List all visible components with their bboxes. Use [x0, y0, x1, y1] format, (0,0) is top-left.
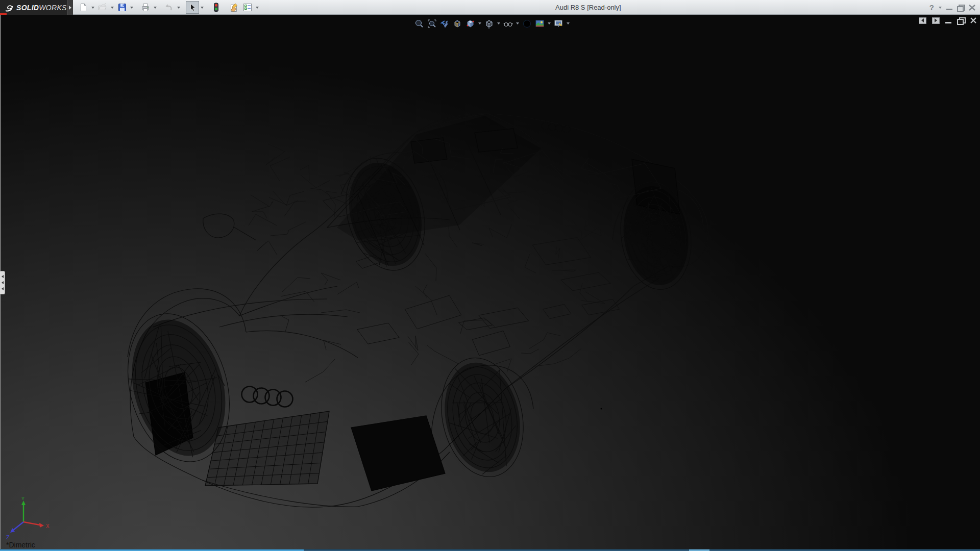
right-arrow-icon: [69, 6, 71, 10]
view-orientation-label: *Dimetric: [6, 541, 35, 549]
logo-red-accent: [0, 13, 7, 15]
3ds-swoosh-icon: [4, 3, 14, 12]
options-icon: [243, 3, 252, 12]
view-orientation-icon[interactable]: [464, 18, 476, 29]
open-caret[interactable]: [110, 1, 115, 14]
collapse-arrow-icon: [2, 281, 4, 284]
file-properties-button[interactable]: [227, 1, 240, 14]
restore-window-icon[interactable]: [957, 5, 964, 10]
brand-text: SOLIDWORKS: [16, 4, 67, 12]
minimize-document-icon[interactable]: [945, 22, 951, 23]
open-button[interactable]: [96, 1, 109, 14]
triad-x-label: X: [46, 523, 50, 529]
file-properties-icon: [229, 3, 239, 12]
hide-show-items-caret[interactable]: [515, 18, 520, 29]
print-icon: [141, 3, 150, 12]
previous-view-icon[interactable]: [439, 18, 450, 29]
minimize-window-icon[interactable]: [946, 9, 952, 10]
window-title: Audi R8 S [Read-only]: [555, 0, 621, 15]
rebuild-button[interactable]: [209, 1, 223, 14]
close-document-icon[interactable]: [970, 17, 977, 24]
select-caret[interactable]: [200, 1, 205, 14]
hide-show-items-icon[interactable]: [502, 18, 513, 29]
print-button[interactable]: [139, 1, 152, 14]
view-settings-caret[interactable]: [566, 18, 570, 29]
edit-appearance-icon[interactable]: [521, 18, 532, 29]
feature-pane-right-icon[interactable]: [932, 17, 940, 24]
open-folder-icon: [98, 3, 107, 12]
undo-caret[interactable]: [176, 1, 181, 14]
new-document-button[interactable]: [77, 1, 90, 14]
triad-z-label: Z: [6, 534, 10, 540]
save-caret[interactable]: [129, 1, 134, 14]
collapse-arrow-icon: [2, 287, 4, 290]
zoom-to-fit-icon[interactable]: [413, 18, 425, 29]
triad-y-label: Y: [21, 496, 24, 501]
rebuild-traffic-light-icon: [213, 3, 219, 12]
main-toolbar: [77, 0, 260, 15]
options-caret[interactable]: [255, 1, 260, 14]
title-bar: SOLIDWORKS: [0, 0, 980, 15]
feature-panel-splitter-tab[interactable]: [0, 271, 5, 294]
restore-document-icon[interactable]: [957, 17, 964, 23]
taskbar-edge: [0, 549, 980, 551]
document-window-controls: [919, 17, 977, 24]
title-bar-controls: ?: [929, 0, 980, 15]
graphics-viewport[interactable]: [0, 15, 980, 549]
apply-scene-icon[interactable]: [534, 18, 545, 29]
close-window-icon[interactable]: [968, 4, 976, 11]
options-button[interactable]: [241, 1, 254, 14]
save-button[interactable]: [115, 1, 129, 14]
orientation-triad: Y X Z: [4, 496, 55, 547]
undo-icon: [164, 3, 174, 12]
collapse-arrow-icon: [2, 275, 4, 278]
display-style-caret[interactable]: [496, 18, 501, 29]
help-button[interactable]: ?: [929, 3, 934, 12]
new-document-icon: [79, 3, 88, 12]
select-cursor-icon: [188, 3, 197, 12]
save-floppy-icon: [118, 3, 127, 12]
new-document-caret[interactable]: [90, 1, 95, 14]
apply-scene-caret[interactable]: [547, 18, 551, 29]
menu-expand-arrow[interactable]: [67, 0, 73, 15]
view-settings-icon[interactable]: [553, 18, 564, 29]
solidworks-logo: SOLIDWORKS: [0, 0, 67, 15]
view-orientation-caret[interactable]: [477, 18, 482, 29]
display-style-icon[interactable]: [483, 18, 495, 29]
section-view-icon[interactable]: [452, 18, 463, 29]
select-button[interactable]: [186, 1, 199, 14]
undo-button[interactable]: [162, 1, 176, 14]
print-caret[interactable]: [153, 1, 158, 14]
zoom-to-area-icon[interactable]: [426, 18, 437, 29]
feature-pane-left-icon[interactable]: [919, 17, 926, 24]
headsup-view-toolbar: [413, 18, 570, 29]
help-caret[interactable]: [939, 7, 942, 9]
